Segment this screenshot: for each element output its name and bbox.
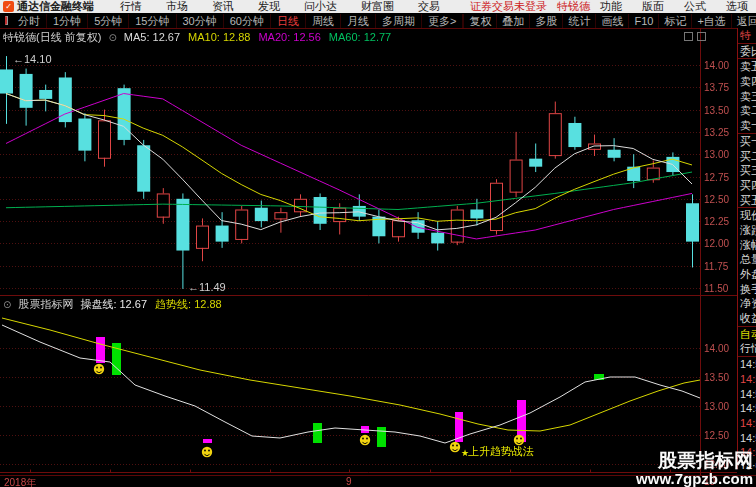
sidebar-row: 卖二 [738, 103, 756, 118]
sidebar-row: 14:56 [738, 387, 756, 402]
login-status[interactable]: 证券交易未登录 [470, 0, 547, 13]
top-menu-item[interactable]: 市场 [154, 0, 200, 13]
top-menu-bar: ✓ 通达信金融终端 行情市场资讯发现问小达财富圈交易 证券交易未登录 特锐德 功… [0, 0, 756, 13]
sidebar-row: 买五 [738, 193, 756, 209]
tool-button[interactable]: 标记 [658, 14, 691, 28]
sidebar-row: 特 [738, 28, 756, 44]
top-menu-item[interactable]: 选项 [716, 0, 756, 13]
sidebar-row: 总量 [738, 252, 756, 267]
sidebar-row: 净资 [738, 296, 756, 311]
chart-corner-icons [684, 32, 706, 41]
quote-sidebar[interactable]: 特委比卖五卖四卖三卖二卖一买一买二买三买四买五现价涨跌涨幅总量外盘换手净资收益自… [737, 28, 756, 469]
sidebar-row: 委比 [738, 44, 756, 60]
sidebar-row: 行情 [738, 341, 756, 357]
period-tab[interactable]: 30分钟 [177, 14, 224, 28]
main-chart-header: 特锐德(日线 前复权)⊙MA5: 12.67MA10: 12.88MA20: 1… [3, 30, 406, 45]
current-stock-label: 特锐德 [557, 0, 590, 13]
indicator-readout: 趋势线: 12.88 [155, 298, 222, 310]
ma-readout: MA5: 12.67 [124, 31, 180, 43]
sidebar-row: 买三 [738, 163, 756, 178]
period-tabs: 分时1分钟5分钟15分钟30分钟60分钟日线周线月线多周期更多> [12, 14, 463, 28]
main-chart-canvas[interactable] [0, 28, 737, 296]
app-logo-icon: ✓ [3, 1, 14, 12]
period-tab[interactable]: 60分钟 [224, 14, 271, 28]
tool-button[interactable]: 叠加 [496, 14, 529, 28]
app-title: 通达信金融终端 [17, 0, 94, 13]
indicator-cycle-icon[interactable]: ⊙ [3, 299, 11, 310]
top-menu-item[interactable]: 发现 [246, 0, 292, 13]
ma-readout: MA10: 12.88 [188, 31, 250, 43]
sidebar-row: 涨幅 [738, 238, 756, 253]
sidebar-row: 14:56 [738, 357, 756, 372]
watermark-url: www.7gpzb.com [636, 471, 753, 487]
sidebar-row: 涨跌 [738, 223, 756, 238]
period-tab[interactable]: 1分钟 [47, 14, 88, 28]
tool-button[interactable]: F10 [628, 14, 658, 28]
top-right-menu: 功能版面公式选项 ↻ ▯ ✉ 游客 [590, 0, 756, 13]
tool-button[interactable]: 复权 [463, 14, 496, 28]
sidebar-row: 卖三 [738, 89, 756, 104]
indicator-readout: 操盘线: 12.67 [80, 298, 147, 310]
panel-icon[interactable] [697, 32, 706, 41]
sidebar-row: 卖一 [738, 118, 756, 134]
watermark: 股票指标网 www.7gpzb.com [636, 451, 753, 487]
period-tab[interactable]: 周线 [306, 14, 341, 28]
indicator-header: ⊙股票指标网操盘线: 12.67趋势线: 12.88 [3, 297, 237, 312]
period-tab[interactable]: 月线 [341, 14, 376, 28]
ma-readout: MA60: 12.77 [329, 31, 391, 43]
indicator-readouts: 操盘线: 12.67趋势线: 12.88 [80, 298, 229, 310]
period-tab[interactable]: 多周期 [376, 14, 422, 28]
period-toolbar: 分时1分钟5分钟15分钟30分钟60分钟日线周线月线多周期更多> 复权叠加多股统… [0, 13, 756, 29]
ma-readout: MA20: 12.56 [258, 31, 320, 43]
tool-button[interactable]: 返回 [731, 14, 756, 28]
period-tab[interactable]: 分时 [12, 14, 47, 28]
top-menu-item[interactable]: 公式 [674, 0, 716, 13]
tool-buttons: 复权叠加多股统计画线F10标记+自选返回 [463, 14, 756, 28]
x-axis-label: 2018年 [4, 476, 36, 487]
indicator-chart-canvas[interactable] [0, 310, 737, 476]
period-tab[interactable]: 15分钟 [129, 14, 176, 28]
sidebar-row: 14:56 [738, 372, 756, 387]
tool-button[interactable]: +自选 [691, 14, 730, 28]
sidebar-row: 收益 [738, 311, 756, 327]
indicator-title: 股票指标网 [18, 298, 73, 310]
sidebar-row: 14:56 [738, 401, 756, 416]
sidebar-row: 买四 [738, 178, 756, 193]
window-icon[interactable] [5, 16, 8, 25]
top-menu-item[interactable]: 资讯 [200, 0, 246, 13]
tool-button[interactable]: 多股 [529, 14, 562, 28]
sidebar-row: 14:56 [738, 416, 756, 431]
watermark-title: 股票指标网 [636, 451, 753, 471]
cycle-icon[interactable]: ⊙ [108, 32, 116, 43]
sidebar-row: 自动 [738, 327, 756, 342]
sidebar-row: 换手 [738, 282, 756, 297]
top-menu: 行情市场资讯发现问小达财富圈交易 [108, 0, 452, 13]
top-menu-item[interactable]: 问小达 [292, 0, 349, 13]
chart-title: 特锐德(日线 前复权) [3, 31, 101, 43]
sidebar-row: 卖四 [738, 74, 756, 89]
top-menu-item[interactable]: 行情 [108, 0, 154, 13]
tool-button[interactable]: 统计 [562, 14, 595, 28]
period-tab[interactable]: 更多> [422, 14, 463, 28]
ma-readouts: MA5: 12.67MA10: 12.88MA20: 12.56MA60: 12… [124, 31, 399, 43]
period-tab[interactable]: 日线 [271, 14, 306, 28]
sidebar-row: 现价 [738, 208, 756, 223]
sidebar-row: 买二 [738, 149, 756, 164]
tool-button[interactable]: 画线 [595, 14, 628, 28]
sidebar-row: 外盘 [738, 267, 756, 282]
x-axis-label: 9 [346, 476, 352, 487]
app-brand: ✓ 通达信金融终端 [3, 0, 94, 13]
top-menu-item[interactable]: 功能 [590, 0, 632, 13]
top-menu-item[interactable]: 版面 [632, 0, 674, 13]
sidebar-row: 14:56 [738, 431, 756, 446]
top-menu-item[interactable]: 交易 [406, 0, 452, 13]
top-right-items: 功能版面公式选项 [590, 0, 756, 13]
top-menu-item[interactable]: 财富圈 [349, 0, 406, 13]
period-tab[interactable]: 5分钟 [88, 14, 129, 28]
sidebar-row: 卖五 [738, 59, 756, 74]
expand-icon[interactable] [684, 32, 693, 41]
sidebar-row: 买一 [738, 134, 756, 149]
